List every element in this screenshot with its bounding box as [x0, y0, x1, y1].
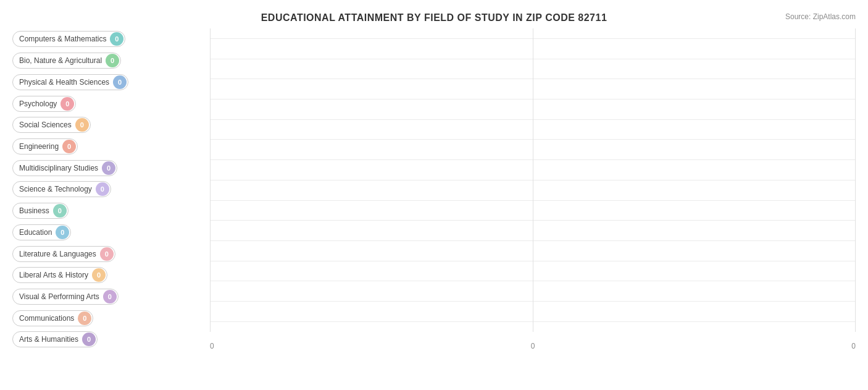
bar-row: Business0: [12, 201, 210, 221]
bar-value-badge: 0: [113, 75, 127, 89]
bar-value-badge: 0: [82, 333, 96, 346]
bar-row: Multidisciplinary Studies0: [12, 158, 210, 178]
bar-label: Communications: [19, 314, 74, 323]
bar-label: Visual & Performing Arts: [19, 292, 99, 301]
bar-value-badge: 0: [103, 290, 117, 303]
chart-title: EDUCATIONAL ATTAINMENT BY FIELD OF STUDY…: [12, 12, 856, 23]
bar-value-badge: 0: [78, 312, 91, 325]
bar-label: Psychology: [19, 100, 57, 108]
bar-value-badge: 0: [96, 182, 109, 196]
bar-label-pill: Literature & Languages0: [12, 246, 115, 262]
bar-label-pill: Communications0: [12, 310, 93, 326]
bar-label: Education: [19, 228, 52, 237]
grid-line-1: [210, 28, 211, 332]
bar-label-pill: Computers & Mathematics0: [12, 31, 125, 47]
bar-row: Visual & Performing Arts0: [12, 287, 210, 307]
bar-label: Multidisciplinary Studies: [19, 164, 98, 172]
bar-row: Arts & Humanities0: [12, 329, 210, 349]
bar-label-pill: Engineering0: [12, 138, 78, 155]
x-axis-label: 0: [531, 342, 535, 350]
bar-label: Physical & Health Sciences: [19, 78, 109, 87]
bar-label-pill: Multidisciplinary Studies0: [12, 160, 117, 176]
bar-label: Arts & Humanities: [19, 335, 78, 344]
grid-section: 000: [210, 28, 856, 350]
bar-row: Computers & Mathematics0: [12, 29, 210, 49]
source-label: Source: ZipAtlas.com: [785, 12, 856, 21]
bar-label-pill: Arts & Humanities0: [12, 331, 98, 347]
bar-value-badge: 0: [75, 118, 89, 132]
bar-value-badge: 0: [62, 140, 76, 153]
grid-line-2: [533, 28, 533, 332]
bars-section: Computers & Mathematics0Bio, Nature & Ag…: [12, 28, 210, 350]
x-axis-label: 0: [851, 342, 856, 350]
chart-container: EDUCATIONAL ATTAINMENT BY FIELD OF STUDY…: [0, 0, 868, 390]
bar-label: Social Sciences: [19, 121, 72, 129]
x-axis-label: 0: [210, 342, 214, 350]
bar-label-pill: Social Sciences0: [12, 117, 91, 133]
bar-value-badge: 0: [92, 268, 106, 282]
bar-row: Social Sciences0: [12, 115, 210, 135]
bar-row: Literature & Languages0: [12, 244, 210, 264]
bar-value-badge: 0: [100, 247, 114, 261]
bar-label-pill: Psychology0: [12, 96, 76, 112]
bar-value-badge: 0: [102, 161, 115, 175]
chart-area: Computers & Mathematics0Bio, Nature & Ag…: [12, 28, 856, 350]
bar-label: Computers & Mathematics: [19, 35, 106, 43]
bar-label-pill: Bio, Nature & Agricultural0: [12, 53, 121, 69]
bar-label-pill: Science & Technology0: [12, 181, 111, 197]
bar-label-pill: Business0: [12, 203, 69, 219]
bar-value-badge: 0: [106, 54, 119, 67]
bar-row: Education0: [12, 223, 210, 242]
bar-label: Engineering: [19, 142, 59, 151]
bar-value-badge: 0: [110, 32, 123, 46]
bar-value-badge: 0: [53, 204, 67, 218]
bar-row: Liberal Arts & History0: [12, 265, 210, 285]
bar-label-pill: Visual & Performing Arts0: [12, 289, 119, 305]
bar-label-pill: Education0: [12, 224, 71, 240]
bar-label: Liberal Arts & History: [19, 271, 88, 279]
bar-label: Science & Technology: [19, 185, 92, 193]
x-axis-labels: 000: [210, 342, 856, 350]
bar-row: Psychology0: [12, 94, 210, 114]
bar-label-pill: Physical & Health Sciences0: [12, 74, 128, 90]
bar-label-pill: Liberal Arts & History0: [12, 267, 107, 283]
bar-label: Business: [19, 206, 49, 215]
grid-lines: [210, 28, 856, 332]
bar-label: Bio, Nature & Agricultural: [19, 56, 102, 65]
bar-row: Physical & Health Sciences0: [12, 72, 210, 92]
bar-value-badge: 0: [56, 226, 69, 239]
bar-label: Literature & Languages: [19, 250, 96, 258]
bar-value-badge: 0: [61, 97, 74, 111]
bar-row: Science & Technology0: [12, 179, 210, 199]
grid-line-3: [855, 28, 856, 332]
bar-row: Engineering0: [12, 137, 210, 156]
bar-row: Communications0: [12, 308, 210, 328]
bar-row: Bio, Nature & Agricultural0: [12, 51, 210, 70]
